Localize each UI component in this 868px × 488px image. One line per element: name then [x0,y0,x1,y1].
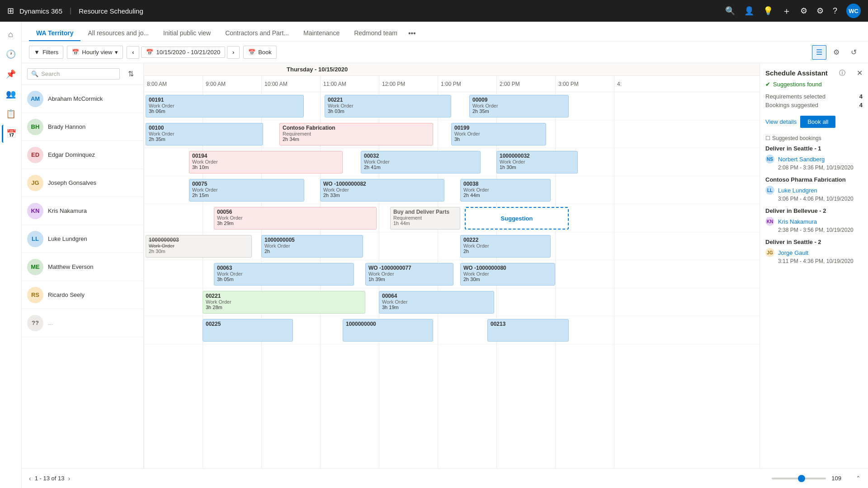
tab-more-button[interactable]: ••• [405,26,420,41]
suggestion-person-2: KN Kris Nakamura [765,217,863,226]
collapse-button[interactable]: ⌃ [856,475,861,482]
list-view-button[interactable]: ☰ [812,45,826,60]
filters-button[interactable]: ▼ Filters [29,46,63,59]
booking-00100[interactable]: 00100 Work Order 2h 35m [146,123,263,145]
zoom-thumb[interactable] [798,475,805,482]
booking-00225[interactable]: 00225 [203,319,293,342]
book-all-button[interactable]: Book all [800,116,835,128]
booking-00032[interactable]: 00032 Work Order 2h 41m [361,151,481,174]
lightbulb-icon[interactable]: 💡 [763,6,773,16]
settings-icon[interactable]: ⚙ [816,6,824,16]
tab-maintenance[interactable]: Maintenance [296,26,347,41]
booking-wo1000000077[interactable]: WO -1000000077 Work Order 1h 39m [365,263,453,286]
refresh-button[interactable]: ↺ [846,45,861,60]
sidebar-item-people[interactable]: 👥 [2,85,20,103]
suggestion-person-1: LL Luke Lundgren [765,186,863,195]
sa-stat-requirements: Requirements selected 4 [765,93,863,100]
resource-row-1: BH Brady Hannon [22,113,143,141]
mini-avatar-0: NS [765,155,774,164]
booking-buy-deliver[interactable]: Buy and Deliver Parts Requirement 1h 44m [390,207,460,230]
booking-1000000005[interactable]: 1000000005 Work Order 2h [261,235,363,258]
tab-contractors[interactable]: Contractors and Part... [218,26,296,41]
sidebar-item-pinned[interactable]: 📌 [2,65,20,83]
date-range-display: 📅 10/15/2020 - 10/21/2020 [141,47,225,58]
booking-1000000000[interactable]: 1000000000 [343,319,433,342]
calendar-icon: 📅 [72,49,79,56]
booking-00221-0[interactable]: 00221 Work Order 3h 03m [325,95,451,117]
booking-00063[interactable]: 00063 Work Order 3h 05m [214,263,354,286]
avatar-6: ME [27,259,43,275]
calendar-icon2: 📅 [146,49,153,56]
booking-wo1000000080[interactable]: WO -1000000080 Work Order 2h 30m [460,263,555,286]
booking-contoso-fab[interactable]: Contoso Fabrication Requirement 2h 34m [279,123,433,145]
sa-actions: View details Book all [765,116,863,128]
search-box[interactable]: 🔍 Search [27,68,120,80]
resource-name-4: Kris Nakamura [48,207,87,214]
check-icon: ✔ [765,81,770,88]
booking-00064[interactable]: 00064 Work Order 3h 19m [379,291,494,314]
avatar-0: AM [27,91,43,107]
booking-00075[interactable]: 00075 Work Order 2h 15m [189,179,304,202]
booking-00221-seely[interactable]: 00221 Work Order 3h 28m [203,291,365,314]
add-icon[interactable]: ＋ [782,5,791,17]
timeline-area: Thursday - 10/15/2020 8:00 AM 9:00 AM 10… [144,63,760,468]
tab-wa-territory[interactable]: WA Territory [29,26,80,41]
help-icon[interactable]: ? [833,6,837,16]
prev-page-button[interactable]: ‹ [29,475,31,482]
zoom-value: 109 [831,475,841,482]
time-slot-4: 12:00 PM [379,76,405,92]
contact-icon[interactable]: 👤 [744,6,754,16]
timeline-row-5: 1000000003 Work Order 2h 30m 1000000005 … [144,232,760,260]
booking-00199[interactable]: 00199 Work Order 3h [451,123,546,145]
booking-00191[interactable]: 00191 Work Order 3h 06m [146,95,304,117]
sidebar-item-home[interactable]: ⌂ [2,25,20,43]
suggestion-card-2: Deliver in Bellevue - 2 KN Kris Nakamura… [765,207,863,233]
filter-icon[interactable]: ⚙ [800,6,807,16]
booking-00009[interactable]: 00009 Work Order 2h 35m [469,95,569,117]
booking-00222[interactable]: 00222 Work Order 2h [460,235,551,258]
tab-redmond-team[interactable]: Redmond team [347,26,405,41]
zoom-slider[interactable] [772,478,826,479]
next-date-button[interactable]: › [227,46,240,59]
sidebar-item-calendar[interactable]: 📅 [2,125,20,143]
timeline-rows: 00191 Work Order 3h 06m 00221 Work Order… [144,92,760,468]
sidebar: ⌂ 🕐 📌 👥 📋 📅 [0,22,22,488]
booking-1000000032[interactable]: 1000000032 Work Order 1h 30m [496,151,578,174]
timeline-row-7: 00221 Work Order 3h 28m 00064 Work Order… [144,288,760,316]
top-navigation: ⊞ Dynamics 365 | Resource Scheduling 🔍 👤… [0,0,868,22]
next-page-button[interactable]: › [68,475,70,482]
booking-00038[interactable]: 00038 Work Order 2h 44m [460,179,551,202]
view-details-button[interactable]: View details [765,116,797,128]
sidebar-item-activities[interactable]: 📋 [2,105,20,123]
book-button[interactable]: 📅 Book [243,46,277,59]
user-avatar[interactable]: WC [846,4,861,18]
filter-icon: ▼ [34,49,40,56]
booking-suggestion[interactable]: Suggestion [465,207,569,230]
booking-00056[interactable]: 00056 Work Order 3h 29m [214,207,377,230]
search-icon: 🔍 [31,70,38,77]
prev-date-button[interactable]: ‹ [127,46,139,59]
search-row: 🔍 Search ⇅ [22,63,143,85]
tab-all-resources[interactable]: All resources and jo... [80,26,156,41]
chevron-down-icon: ▾ [115,49,118,56]
booking-1000000003[interactable]: 1000000003 Work Order 2h 30m [146,235,252,258]
booking-00194[interactable]: 00194 Work Order 3h 10m [189,151,343,174]
resource-name-5: Luke Lundgren [48,235,87,242]
date-navigation: ‹ 📅 10/15/2020 - 10/21/2020 › [127,46,240,59]
sa-info-icon[interactable]: ⓘ [839,69,845,77]
booking-wo1000000082[interactable]: WO -1000000082 Work Order 2h 33m [320,179,444,202]
booking-00213[interactable]: 00213 [487,319,569,342]
search-icon[interactable]: 🔍 [725,6,735,16]
time-header: 8:00 AM 9:00 AM 10:00 AM 11:00 AM 12:00 … [144,76,760,92]
mini-avatar-1: LL [765,186,774,195]
sa-header: Schedule Assistant ⓘ ✕ [765,69,863,77]
tab-initial-public-view[interactable]: Initial public view [156,26,218,41]
hourly-view-button[interactable]: 📅 Hourly view ▾ [67,46,123,59]
sort-button[interactable]: ⇅ [123,67,138,81]
settings-view-button[interactable]: ⚙ [829,45,844,60]
sidebar-item-recent[interactable]: 🕐 [2,45,20,63]
resource-name-3: Joseph Gonsalves [48,179,96,186]
app-grid-icon[interactable]: ⊞ [7,6,14,16]
resource-name-2: Edgar Dominquez [48,151,95,158]
sa-close-button[interactable]: ✕ [857,69,863,77]
